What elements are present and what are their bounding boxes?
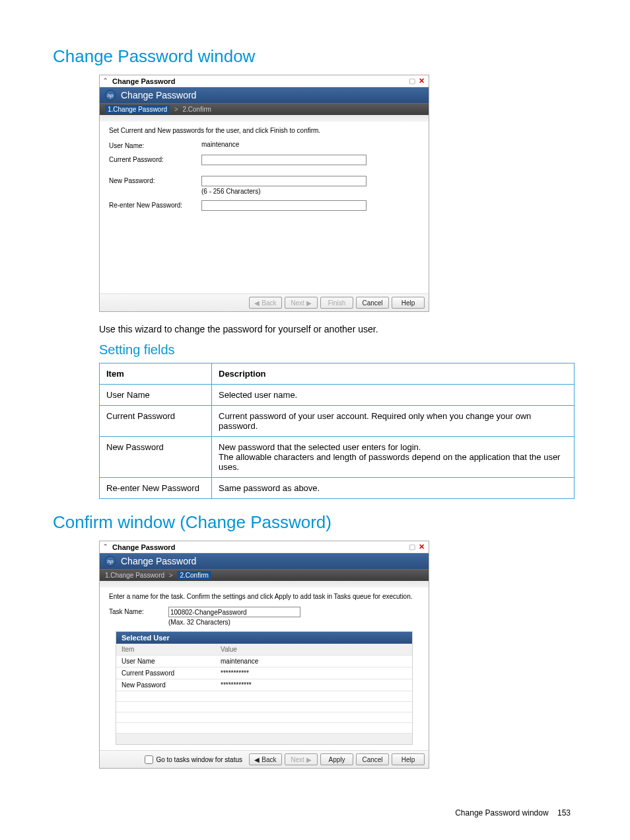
selected-user-table: Selected User Item Value User Name maint…: [116, 631, 413, 745]
table-row: User Name Selected user name.: [100, 385, 575, 406]
table-cell-value: ***********: [215, 668, 412, 679]
table-row: User Name maintenance: [116, 656, 412, 668]
table-row-blank: [116, 734, 412, 744]
table-cell-value: ************: [215, 679, 412, 691]
checkbox-label-text: Go to tasks window for status: [156, 756, 242, 763]
current-password-input[interactable]: [201, 155, 367, 165]
subsection-setting-fields: Setting fields: [99, 342, 577, 358]
table-header-item: Item: [116, 644, 215, 655]
wizard-breadcrumb: 1.Change Password > 2.Confirm: [100, 569, 429, 581]
reenter-password-label: Re-enter New Password:: [109, 200, 201, 209]
apply-button[interactable]: Apply: [320, 753, 353, 765]
wizard-button-bar: ◀ Back Next ▶ Finish Cancel Help: [100, 293, 429, 311]
collapse-icon[interactable]: ⌃: [102, 543, 108, 551]
change-password-dialog: ⌃ Change Password ▢ ✕ hp Change Password…: [99, 75, 429, 312]
page-footer: Change Password window 153: [53, 808, 577, 818]
breadcrumb-separator: >: [174, 106, 178, 113]
task-name-hint: (Max. 32 Characters): [168, 619, 419, 626]
instruction-text: Enter a name for the task. Confirm the s…: [109, 593, 419, 600]
table-row-blank: [116, 723, 412, 734]
table-cell-item: Re-enter New Password: [100, 478, 212, 499]
task-name-label: Task Name:: [109, 607, 168, 615]
breadcrumb-step-1: 1.Change Password: [105, 105, 170, 114]
table-header-description: Description: [212, 363, 575, 385]
table-cell-value: maintenance: [215, 656, 412, 667]
instruction-text: Set Current and New passwords for the us…: [109, 127, 419, 134]
titlebar: ⌃ Change Password ▢ ✕: [100, 75, 429, 87]
current-password-label: Current Password:: [109, 155, 201, 163]
breadcrumb-step-1: 1.Change Password: [105, 572, 164, 579]
hp-logo-icon: hp: [105, 90, 116, 100]
wizard-intro-text: Use this wizard to change the password f…: [99, 324, 577, 334]
table-cell-item: New Password: [100, 437, 212, 478]
table-cell-desc: Same password as above.: [212, 478, 575, 499]
dialog-header: hp Change Password: [100, 553, 429, 569]
next-button[interactable]: Next ▶: [285, 297, 318, 309]
table-cell-item: New Password: [116, 679, 215, 691]
section-heading-change-password: Change Password window: [53, 46, 577, 67]
reenter-password-input[interactable]: [201, 200, 367, 211]
page-number: 153: [557, 808, 571, 818]
go-to-tasks-checkbox-label[interactable]: Go to tasks window for status: [145, 755, 242, 764]
go-to-tasks-checkbox[interactable]: [145, 755, 153, 764]
table-row: Current Password ***********: [116, 668, 412, 679]
table-header-item: Item: [100, 363, 212, 385]
new-password-label: New Password:: [109, 176, 201, 184]
hp-logo-icon: hp: [105, 556, 116, 566]
wizard-button-bar: Go to tasks window for status ◀ Back Nex…: [100, 750, 429, 768]
breadcrumb-separator: >: [169, 572, 173, 579]
next-button[interactable]: Next ▶: [285, 753, 318, 765]
table-row-blank: [116, 712, 412, 723]
help-button[interactable]: Help: [392, 753, 425, 765]
window-title: Change Password: [112, 77, 407, 85]
confirm-dialog: ⌃ Change Password ▢ ✕ hp Change Password…: [99, 541, 429, 769]
dialog-header: hp Change Password: [100, 87, 429, 103]
section-heading-confirm-window: Confirm window (Change Password): [53, 512, 577, 533]
table-row-blank: [116, 691, 412, 702]
maximize-icon[interactable]: ▢: [407, 77, 417, 85]
table-cell-item: User Name: [100, 385, 212, 406]
finish-button[interactable]: Finish: [320, 297, 353, 309]
table-cell-desc: Current password of your user account. R…: [212, 406, 575, 437]
new-password-hint: (6 - 256 Characters): [201, 188, 419, 195]
table-row: Current Password Current password of you…: [100, 406, 575, 437]
username-value: maintenance: [201, 141, 239, 148]
setting-fields-table: Item Description User Name Selected user…: [99, 363, 575, 499]
window-title: Change Password: [112, 543, 407, 551]
divider-strip: [100, 581, 429, 588]
table-row: New Password ************: [116, 679, 412, 691]
table-row-blank: [116, 702, 412, 712]
table-header-row: Item Value: [116, 644, 412, 656]
collapse-icon[interactable]: ⌃: [102, 77, 108, 85]
table-cell-desc: New password that the selected user ente…: [212, 437, 575, 478]
footer-text: Change Password window: [455, 808, 548, 818]
close-icon[interactable]: ✕: [417, 543, 426, 551]
titlebar: ⌃ Change Password ▢ ✕: [100, 541, 429, 553]
table-header-value: Value: [215, 644, 412, 655]
dialog-header-title: Change Password: [121, 556, 196, 566]
table-cell-item: User Name: [116, 656, 215, 667]
breadcrumb-step-2: 2.Confirm: [177, 571, 211, 580]
close-icon[interactable]: ✕: [417, 77, 426, 85]
new-password-input[interactable]: [201, 176, 367, 186]
maximize-icon[interactable]: ▢: [407, 543, 417, 551]
back-button[interactable]: ◀ Back: [249, 753, 282, 765]
selected-user-header: Selected User: [116, 632, 412, 644]
divider-strip: [100, 115, 429, 122]
table-cell-item: Current Password: [116, 668, 215, 679]
wizard-breadcrumb: 1.Change Password > 2.Confirm: [100, 103, 429, 115]
dialog-header-title: Change Password: [121, 90, 196, 100]
breadcrumb-step-2: 2.Confirm: [182, 106, 211, 113]
cancel-button[interactable]: Cancel: [356, 753, 389, 765]
back-button[interactable]: ◀ Back: [249, 297, 282, 309]
table-cell-desc: Selected user name.: [212, 385, 575, 406]
table-row: Re-enter New Password Same password as a…: [100, 478, 575, 499]
help-button[interactable]: Help: [392, 297, 425, 309]
username-label: User Name:: [109, 141, 201, 149]
task-name-input[interactable]: [168, 607, 300, 617]
table-cell-item: Current Password: [100, 406, 212, 437]
cancel-button[interactable]: Cancel: [356, 297, 389, 309]
table-row: New Password New password that the selec…: [100, 437, 575, 478]
